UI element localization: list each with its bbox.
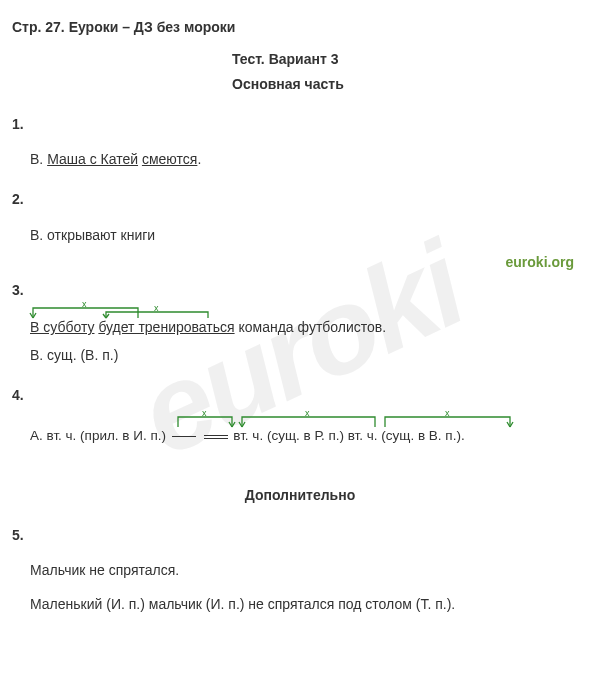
q3-rest: команда футболистов.	[235, 319, 387, 335]
svg-text:x: x	[202, 411, 207, 418]
q2-number: 2.	[12, 190, 588, 210]
document-content: Стр. 27. Еуроки – ДЗ без мороки Тест. Ва…	[12, 18, 588, 614]
svg-text:x: x	[154, 303, 159, 313]
q3-sentence: x x В субботу будет тренироваться команд…	[30, 318, 588, 338]
single-underline-icon	[172, 436, 196, 437]
q1-predicate: смеются	[142, 151, 197, 167]
q4-answer: x x x А. вт. ч. (прил. в И. п.) вт. ч. (…	[30, 427, 588, 446]
q1-end: .	[197, 151, 201, 167]
q4-part-a: А. вт. ч. (прил. в И. п.)	[30, 428, 170, 443]
arrow-annotation-icon: x x x	[170, 411, 600, 431]
q5-line2: Маленький (И. п.) мальчик (И. п.) не спр…	[30, 595, 588, 615]
q4-number: 4.	[12, 386, 588, 406]
q5-number: 5.	[12, 526, 588, 546]
q2-answer: В. открывают книги	[30, 226, 588, 246]
svg-text:x: x	[82, 302, 87, 309]
svg-text:x: x	[445, 411, 450, 418]
q3-number: 3.	[12, 281, 588, 301]
q1-answer: В. Маша с Катей смеются.	[30, 150, 588, 170]
test-subtitle: Тест. Вариант 3	[232, 50, 588, 70]
svg-text:x: x	[305, 411, 310, 418]
double-underline-icon	[204, 435, 228, 439]
q3-answer: В. сущ. (В. п.)	[30, 346, 588, 366]
q1-subject: Маша с Катей	[47, 151, 138, 167]
q1-number: 1.	[12, 115, 588, 135]
arrow-annotation-icon: x x	[28, 302, 248, 322]
q5-line1: Мальчик не спрятался.	[30, 561, 588, 581]
extra-title: Дополнительно	[12, 486, 588, 506]
section-title: Основная часть	[232, 75, 588, 95]
breadcrumb: Стр. 27. Еуроки – ДЗ без мороки	[12, 18, 588, 38]
brand-label: euroki.org	[12, 253, 574, 273]
q1-letter: В.	[30, 151, 47, 167]
